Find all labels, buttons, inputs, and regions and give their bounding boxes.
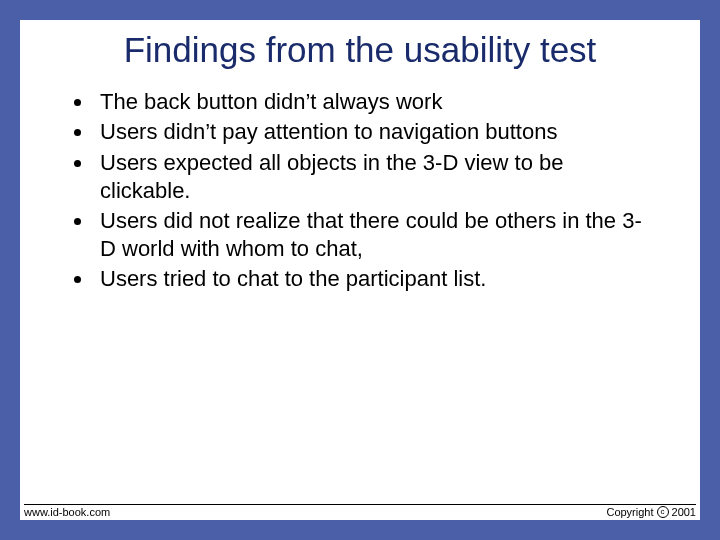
copyright-year: 2001 [672, 506, 696, 518]
list-item: The back button didn’t always work [94, 88, 652, 116]
slide-footer: www.id-book.com Copyright c 2001 [24, 504, 696, 518]
copyright-icon: c [657, 506, 669, 518]
bullet-list: The back button didn’t always work Users… [68, 88, 652, 293]
footer-site: www.id-book.com [24, 506, 110, 518]
copyright-label: Copyright [606, 506, 653, 518]
slide-frame: Findings from the usability test The bac… [0, 0, 720, 540]
list-item: Users expected all objects in the 3-D vi… [94, 149, 652, 205]
footer-copyright: Copyright c 2001 [606, 506, 696, 518]
list-item: Users didn’t pay attention to navigation… [94, 118, 652, 146]
slide-content: Findings from the usability test The bac… [20, 20, 700, 490]
list-item: Users tried to chat to the participant l… [94, 265, 652, 293]
list-item: Users did not realize that there could b… [94, 207, 652, 263]
slide-title: Findings from the usability test [68, 30, 652, 70]
